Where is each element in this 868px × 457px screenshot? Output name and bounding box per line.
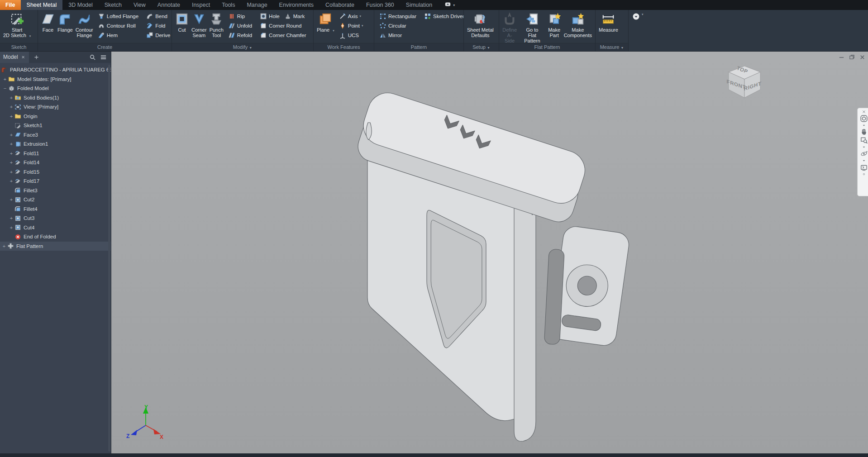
close-icon[interactable]: [21, 55, 26, 60]
tree-expander-icon[interactable]: +: [8, 225, 14, 230]
tool-hole[interactable]: Hole: [260, 13, 280, 20]
tree-item-fold11[interactable]: +Fold11: [0, 149, 111, 158]
tool-go-to-flat-pattern[interactable]: Go to Flat Pattern: [518, 11, 546, 43]
tool-circular[interactable]: Circular: [379, 22, 406, 29]
menu-tools[interactable]: Tools: [216, 0, 241, 10]
tree-expander-icon[interactable]: +: [8, 114, 14, 119]
panel-caption-modify[interactable]: Modify▼: [172, 43, 313, 51]
tool-point[interactable]: Point▾: [339, 22, 363, 29]
tool-measure[interactable]: Measure: [597, 11, 620, 33]
tree-item-fillet3[interactable]: Fillet3: [0, 186, 111, 195]
capture-caret-icon[interactable]: ▾: [453, 3, 455, 7]
tree-expander-icon[interactable]: +: [2, 76, 8, 82]
menu-manage[interactable]: Manage: [241, 0, 273, 10]
tree-expander-icon[interactable]: +: [8, 141, 14, 147]
tool-sketch-driven[interactable]: Sketch Driven: [424, 13, 463, 20]
tool-unfold[interactable]: Unfold: [228, 22, 252, 29]
tool-cut[interactable]: Cut: [174, 11, 190, 33]
close-window-icon[interactable]: [859, 54, 866, 62]
panel-caption-measure[interactable]: Measure▼: [596, 43, 628, 51]
tree-item-fold15[interactable]: +Fold15: [0, 167, 111, 177]
view-cube[interactable]: TOP FRONT RIGHT: [725, 64, 764, 105]
menubar-extra[interactable]: ▾: [444, 0, 455, 10]
add-tab-icon[interactable]: [33, 54, 39, 60]
menu-view[interactable]: View: [128, 0, 152, 10]
tree-item-cut3[interactable]: +Cut3: [0, 214, 111, 223]
tree-item-model-states-primary[interactable]: +Model States: [Primary]: [0, 75, 111, 84]
tool-corner-chamfer[interactable]: Corner Chamfer: [260, 32, 306, 39]
nav-zoom-window-icon[interactable]: [860, 136, 868, 144]
tool-corner-round[interactable]: Corner Round: [260, 22, 301, 29]
tree-item-end-of-folded[interactable]: End of Folded: [0, 232, 111, 242]
nav-dot-icon[interactable]: [861, 171, 867, 177]
nav-caret-icon[interactable]: [861, 123, 867, 128]
tree-expander-icon[interactable]: +: [8, 197, 14, 202]
menu-annotate[interactable]: Annotate: [152, 0, 186, 10]
menu-sketch[interactable]: Sketch: [99, 0, 128, 10]
menu-simulation[interactable]: Simulation: [400, 0, 438, 10]
tool-mirror[interactable]: Mirror: [379, 32, 402, 39]
tool-sheet-metal-defaults[interactable]: Sheet Metal Defaults: [466, 11, 495, 38]
panel-caption-setup[interactable]: Setup▼: [464, 43, 499, 51]
tree-item-cut4[interactable]: +Cut4: [0, 223, 111, 233]
tree-item-flat-pattern[interactable]: +Flat Pattern: [0, 242, 111, 251]
tree-item-face3[interactable]: +Face3: [0, 130, 111, 140]
tool-derive[interactable]: Derive: [146, 32, 170, 39]
tree-item-fillet4[interactable]: Fillet4: [0, 205, 111, 214]
tree-expander-icon[interactable]: +: [8, 169, 14, 175]
tool-make-part[interactable]: Make Part: [546, 11, 563, 38]
nav-caret-icon[interactable]: [861, 158, 867, 163]
tool-punch-tool[interactable]: Punch Tool: [208, 11, 225, 38]
tree-item-fold14[interactable]: +Fold14: [0, 158, 111, 167]
browser-scrollbar[interactable]: [108, 65, 110, 452]
tree-item-origin[interactable]: +Origin: [0, 112, 111, 121]
tree-item-view-primary[interactable]: +View: [Primary]: [0, 102, 111, 112]
menu-hamburger-icon[interactable]: [100, 54, 107, 61]
nav-close-small-icon[interactable]: [861, 109, 867, 114]
search-icon[interactable]: [89, 54, 96, 61]
tab-model[interactable]: Model: [0, 51, 29, 63]
menu-environments[interactable]: Environments: [273, 0, 320, 10]
tree-expander-icon[interactable]: +: [8, 151, 14, 156]
tool-make-components[interactable]: Make Components: [563, 11, 593, 38]
nav-pan-icon[interactable]: [860, 128, 868, 136]
tool-start-2d-sketch[interactable]: Start 2D Sketch ▾: [2, 11, 32, 39]
tool-mark[interactable]: Mark: [284, 13, 305, 20]
menu-3d-model[interactable]: 3D Model: [62, 0, 99, 10]
tool-refold[interactable]: Refold: [228, 32, 252, 39]
minimize-icon[interactable]: [838, 54, 845, 62]
restore-icon[interactable]: [849, 54, 855, 62]
dropdown-caret-icon[interactable]: ▾: [362, 24, 363, 28]
tool-hem[interactable]: Hem: [98, 32, 118, 39]
menu-collaborate[interactable]: Collaborate: [320, 0, 360, 10]
tree-item-fold17[interactable]: +Fold17: [0, 176, 111, 186]
model-part[interactable]: [111, 51, 868, 453]
tool-flange[interactable]: Flange: [56, 11, 74, 33]
menu-fusion-360[interactable]: Fusion 360: [360, 0, 400, 10]
tree-item-extrusion1[interactable]: +Extrusion1: [0, 139, 111, 149]
tree-expander-icon[interactable]: +: [8, 215, 14, 221]
tree-item-sketch1[interactable]: Sketch1: [0, 121, 111, 130]
tree-expander-icon[interactable]: +: [8, 178, 14, 184]
tree-item-solid-bodies-1[interactable]: +Solid Bodies(1): [0, 93, 111, 103]
tree-item-paraboccettino-aprilia-tuareg-660-ipt[interactable]: PARABOCCETTINO - APRILIA TUAREG 660.ipt: [0, 65, 111, 75]
tool-plane[interactable]: Plane ▾: [315, 11, 336, 33]
tool-bend[interactable]: Bend: [146, 13, 167, 20]
capture-icon[interactable]: [444, 1, 451, 9]
tool-lofted-flange[interactable]: Lofted Flange: [98, 13, 138, 20]
tree-expander-icon[interactable]: −: [2, 86, 8, 91]
tree-expander-icon[interactable]: +: [8, 104, 14, 109]
dropdown-caret-icon[interactable]: ▾: [359, 14, 361, 18]
tree-item-cut2[interactable]: +Cut2: [0, 195, 111, 205]
tool-rip[interactable]: Rip: [228, 13, 245, 20]
tool-corner-seam[interactable]: Corner Seam: [190, 11, 208, 38]
tool-rectangular[interactable]: Rectangular: [379, 13, 416, 20]
ribbon-collapse[interactable]: ▾: [629, 10, 644, 51]
tree-expander-icon[interactable]: +: [8, 132, 14, 138]
tool-axis[interactable]: Axis▾: [339, 13, 361, 20]
collapse-caret-icon[interactable]: ▾: [642, 13, 644, 16]
tool-ucs[interactable]: UCS: [339, 32, 359, 39]
tool-fold[interactable]: Fold: [146, 22, 165, 29]
nav-look-at-icon[interactable]: [860, 163, 868, 171]
menu-sheet-metal[interactable]: Sheet Metal: [21, 0, 63, 10]
